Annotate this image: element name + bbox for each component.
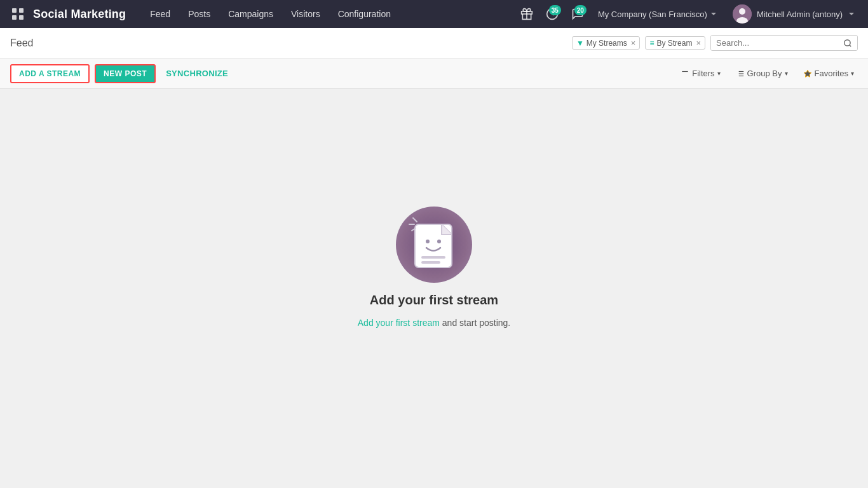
gift-icon-button[interactable] bbox=[517, 4, 537, 24]
group-by-arrow: ▾ bbox=[785, 70, 788, 77]
svg-line-24 bbox=[413, 218, 417, 222]
empty-state-subtitle: Add your first stream and start posting. bbox=[358, 318, 510, 328]
favorites-label: Favorites bbox=[815, 69, 848, 78]
empty-state-link[interactable]: Add your first stream bbox=[358, 318, 440, 328]
filter-my-streams-label: My Streams bbox=[587, 39, 627, 48]
top-menu: Feed Posts Campaigns Visitors Configurat… bbox=[141, 0, 517, 28]
company-name: My Company (San Francisco) bbox=[598, 10, 707, 19]
topnav-right-area: 35 20 My Company (San Francisco) Mitchel… bbox=[517, 4, 860, 24]
app-brand: Social Marketing bbox=[33, 8, 126, 21]
favorites-arrow: ▾ bbox=[851, 70, 854, 77]
menu-feed[interactable]: Feed bbox=[141, 0, 179, 28]
search-box bbox=[710, 35, 858, 51]
subheader: Feed ▼ My Streams × ≡ By Stream × bbox=[0, 28, 868, 58]
filter-by-stream[interactable]: ≡ By Stream × bbox=[645, 36, 705, 50]
top-navigation: Social Marketing Feed Posts Campaigns Vi… bbox=[0, 0, 868, 28]
svg-point-8 bbox=[739, 8, 745, 15]
svg-rect-1 bbox=[19, 8, 24, 13]
filters-arrow: ▾ bbox=[717, 70, 721, 77]
svg-marker-18 bbox=[804, 70, 811, 77]
menu-campaigns[interactable]: Campaigns bbox=[219, 0, 282, 28]
messages-icon-button[interactable]: 20 bbox=[567, 4, 588, 24]
favorites-button[interactable]: Favorites ▾ bbox=[799, 66, 858, 81]
empty-illustration bbox=[396, 207, 472, 283]
list-icon: ≡ bbox=[649, 39, 654, 48]
main-inner: Add your first stream Add your first str… bbox=[0, 89, 868, 470]
empty-state: Add your first stream Add your first str… bbox=[358, 207, 510, 328]
toolbar-right: Filters ▾ Group By ▾ Favorites ▾ bbox=[677, 66, 858, 81]
group-by-button[interactable]: Group By ▾ bbox=[732, 66, 792, 81]
svg-rect-22 bbox=[421, 256, 445, 259]
activity-badge: 35 bbox=[549, 5, 561, 15]
group-by-label: Group By bbox=[747, 69, 782, 78]
menu-visitors[interactable]: Visitors bbox=[282, 0, 329, 28]
empty-state-subtitle-suffix: and start posting. bbox=[440, 318, 510, 328]
filters-label: Filters bbox=[692, 69, 714, 78]
menu-configuration[interactable]: Configuration bbox=[329, 0, 400, 28]
main-content: Add your first stream Add your first str… bbox=[0, 89, 868, 488]
svg-rect-2 bbox=[12, 15, 17, 20]
svg-point-21 bbox=[437, 240, 441, 243]
svg-rect-23 bbox=[421, 261, 440, 264]
filter-my-streams[interactable]: ▼ My Streams × bbox=[572, 36, 641, 50]
activity-icon-button[interactable]: 35 bbox=[542, 4, 562, 24]
grid-menu-icon[interactable] bbox=[8, 4, 28, 24]
svg-rect-3 bbox=[19, 15, 24, 20]
search-area: ▼ My Streams × ≡ By Stream × bbox=[572, 35, 858, 51]
svg-rect-0 bbox=[12, 8, 17, 13]
search-input[interactable] bbox=[711, 36, 838, 50]
user-menu[interactable]: Mitchell Admin (antony) bbox=[728, 4, 860, 24]
user-avatar bbox=[733, 4, 752, 24]
user-name: Mitchell Admin (antony) bbox=[757, 10, 843, 19]
filter-my-streams-close[interactable]: × bbox=[631, 38, 636, 48]
svg-point-10 bbox=[844, 39, 850, 45]
svg-point-20 bbox=[426, 240, 430, 243]
svg-line-11 bbox=[850, 44, 851, 46]
messages-badge: 20 bbox=[574, 5, 587, 15]
filter-icon: ▼ bbox=[576, 39, 584, 48]
add-stream-button[interactable]: ADD A STREAM bbox=[10, 64, 90, 83]
filters-button[interactable]: Filters ▾ bbox=[677, 66, 724, 81]
synchronize-button[interactable]: SYNCHRONIZE bbox=[161, 65, 233, 82]
empty-state-title: Add your first stream bbox=[370, 293, 498, 308]
page-title: Feed bbox=[10, 37, 33, 49]
filter-by-stream-label: By Stream bbox=[656, 39, 692, 48]
filter-by-stream-close[interactable]: × bbox=[696, 38, 701, 48]
menu-posts[interactable]: Posts bbox=[179, 0, 219, 28]
company-selector[interactable]: My Company (San Francisco) bbox=[593, 10, 722, 19]
toolbar: ADD A STREAM NEW POST SYNCHRONIZE Filter… bbox=[0, 58, 868, 89]
search-button[interactable] bbox=[838, 36, 857, 50]
new-post-button[interactable]: NEW POST bbox=[95, 64, 156, 83]
